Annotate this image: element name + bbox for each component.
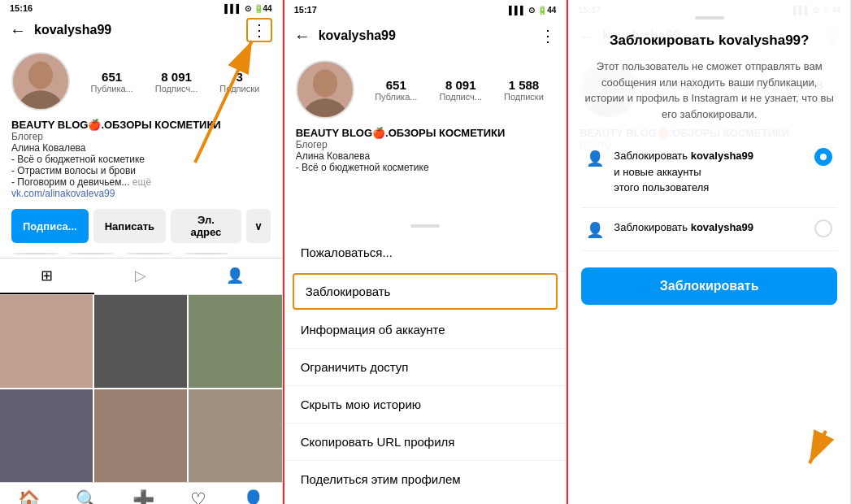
bottom-nav-1: 🏠 🔍 ➕ ♡ 👤 (0, 482, 282, 504)
add-icon-1[interactable]: ➕ (132, 489, 154, 504)
bio-line3-1: - Поговорим о девичьем... ещё (11, 176, 271, 188)
username-1: kovalysha99 (34, 23, 246, 37)
action-buttons-1: Подписа... Написать Эл. адрес ∨ (0, 204, 282, 248)
stat-label-followers-1: Подписч... (155, 84, 198, 93)
panel-3: 15:17 ▌▌▌ ⊙ 🔋44 ← kovalysha99 ⋮ 651 Публ… (568, 0, 851, 504)
more-menu-button-1[interactable]: ⋮ (246, 18, 272, 42)
stat-following-1: 3 Подписки (219, 70, 259, 93)
svg-line-10 (810, 431, 826, 463)
time-1: 15:16 (10, 3, 33, 13)
top-nav-1: ← kovalysha99 ⋮ (0, 15, 282, 46)
more-menu-button-2[interactable]: ⋮ (540, 26, 556, 46)
photo-cell-4[interactable] (0, 389, 93, 482)
dialog-option-2-text: Заблокировать kovalysha99 (614, 219, 805, 236)
stat-label-posts-1: Публика... (91, 84, 133, 93)
menu-item-report[interactable]: Пожаловаться... (284, 234, 567, 272)
highlight-circle-4: 🌸 (184, 253, 229, 254)
bio-line2-1: - Отрастим волосы и брови (11, 165, 271, 176)
status-bar-2: 15:17 ▌▌▌ ⊙ 🔋44 (284, 0, 567, 18)
time-2: 15:17 (294, 5, 317, 15)
tab-tagged-1[interactable]: 👤 (188, 259, 282, 294)
option1-prefix: Заблокировать (614, 150, 690, 162)
dialog-option-1-text: Заблокировать kovalysha99 и новые аккаун… (614, 148, 805, 196)
bio-person-2: Алина Ковалева (296, 150, 555, 162)
menu-item-hide-story[interactable]: Скрыть мою историю (284, 386, 567, 424)
svg-point-0 (28, 61, 53, 89)
top-nav-2: ← kovalysha99 ⋮ (284, 18, 567, 54)
tab-reels-1[interactable]: ▷ (94, 259, 189, 294)
block-dialog: Заблокировать kovalysha99? Этот пользова… (568, 0, 850, 504)
search-icon-1[interactable]: 🔍 (76, 489, 98, 504)
bio-2: BEAUTY BLOG🍎.ОБЗОРЫ КОСМЕТИКИ Блогер Али… (284, 125, 567, 178)
menu-item-block[interactable]: Заблокировать (293, 273, 558, 310)
highlight-circle-2: 🌿 (69, 253, 115, 254)
dialog-option-1[interactable]: 👤 Заблокировать kovalysha99 и новые акка… (581, 137, 837, 208)
stat-num-posts-2: 651 (386, 78, 406, 92)
battery-icon: 🔋44 (254, 4, 272, 13)
radio-1[interactable] (814, 148, 832, 166)
panel-1: 15:16 ▌▌▌ ⊙ 🔋44 ← kovalysha99 ⋮ 651 Публ… (0, 0, 283, 504)
menu-handle (410, 224, 440, 228)
wifi-icon-2: ⊙ (528, 6, 535, 15)
svg-point-6 (303, 98, 346, 117)
photo-grid-1 (0, 295, 282, 482)
dialog-option-2[interactable]: 👤 Заблокировать kovalysha99 (581, 208, 837, 251)
radio-2[interactable] (814, 219, 832, 237)
message-button-1[interactable]: Написать (93, 209, 166, 243)
option1-suffix: и новые аккаунтыэтого пользователя (614, 166, 709, 194)
block-confirm-button[interactable]: Заблокировать (581, 267, 837, 305)
bio-title-2: Блогер (296, 139, 555, 150)
bio-line1-2: - Всё о бюджетной косметике (296, 162, 555, 173)
status-bar-1: 15:16 ▌▌▌ ⊙ 🔋44 (0, 0, 282, 15)
stat-followers-2: 8 091 Подписч... (439, 78, 482, 102)
stat-num-following-2: 1 588 (509, 78, 540, 92)
option2-bold: kovalysha99 (691, 221, 753, 233)
wifi-icon: ⊙ (245, 4, 251, 13)
menu-item-restrict[interactable]: Ограничить доступ (284, 349, 567, 386)
bio-name-1: BEAUTY BLOG🍎.ОБЗОРЫ КОСМЕТИКИ (11, 119, 271, 131)
menu-item-share[interactable]: Поделиться этим профилем (284, 461, 567, 497)
bio-link-1[interactable]: vk.com/alinakovaleva99 (11, 188, 271, 199)
heart-icon-1[interactable]: ♡ (190, 489, 206, 504)
battery-icon-2: 🔋44 (537, 6, 556, 15)
photo-cell-6[interactable] (189, 389, 281, 482)
bottom-menu-sheet: Пожаловаться... Заблокировать Информация… (284, 216, 567, 504)
dialog-description: Этот пользователь не сможет отправлять в… (581, 59, 837, 122)
tab-grid-1[interactable]: ⊞ (0, 259, 94, 294)
highlights-1: 💄 косметика💄 🌿 my 🌿 🏖 Болгария 20... 🌸 a… (0, 248, 282, 258)
stat-num-following-1: 3 (237, 70, 243, 84)
back-button-1[interactable]: ← (10, 21, 26, 40)
arrow-overlay-3 (777, 415, 842, 480)
stat-followers-1: 8 091 Подписч... (155, 70, 198, 93)
email-button-1[interactable]: Эл. адрес (171, 209, 241, 243)
menu-item-account-info[interactable]: Информация об аккаунте (284, 311, 567, 349)
stats-1: 651 Публика... 8 091 Подписч... 3 Подпис… (80, 70, 271, 93)
radio-inner-1 (820, 154, 827, 160)
profile-icon-1[interactable]: 👤 (242, 489, 264, 504)
svg-point-1 (20, 90, 63, 109)
bio-name-2: BEAUTY BLOG🍎.ОБЗОРЫ КОСМЕТИКИ (296, 127, 555, 139)
home-icon-1[interactable]: 🏠 (18, 489, 40, 504)
back-button-2[interactable]: ← (294, 27, 310, 46)
option1-bold: kovalysha99 (691, 150, 753, 162)
stat-label-following-2: Подписки (504, 92, 544, 102)
photo-cell-3[interactable] (189, 295, 281, 388)
stat-label-following-1: Подписки (219, 84, 259, 93)
bio-1: BEAUTY BLOG🍎.ОБЗОРЫ КОСМЕТИКИ Блогер Али… (0, 117, 282, 204)
stats-2: 651 Публика... 8 091 Подписч... 1 588 По… (364, 78, 555, 102)
menu-item-copy-url[interactable]: Скопировать URL профиля (284, 424, 567, 461)
photo-cell-2[interactable] (94, 295, 187, 388)
dialog-title: Заблокировать kovalysha99? (581, 33, 837, 49)
photo-cell-1[interactable] (0, 295, 93, 388)
photo-cell-5[interactable] (94, 389, 187, 482)
grid-tabs-1: ⊞ ▷ 👤 (0, 258, 282, 295)
dialog-options: 👤 Заблокировать kovalysha99 и новые акка… (581, 137, 837, 251)
avatar-2 (296, 60, 354, 119)
signal-icon-2: ▌▌▌ (509, 6, 526, 15)
status-icons-1: ▌▌▌ ⊙ 🔋44 (224, 4, 271, 13)
panel-2: 15:17 ▌▌▌ ⊙ 🔋44 ← kovalysha99 ⋮ 651 Публ… (284, 0, 567, 504)
person-icon-1: 👤 (586, 150, 604, 167)
chevron-button-1[interactable]: ∨ (246, 209, 271, 243)
highlight-circle-1: 💄 (13, 253, 59, 254)
follow-button-1[interactable]: Подписа... (11, 209, 89, 243)
